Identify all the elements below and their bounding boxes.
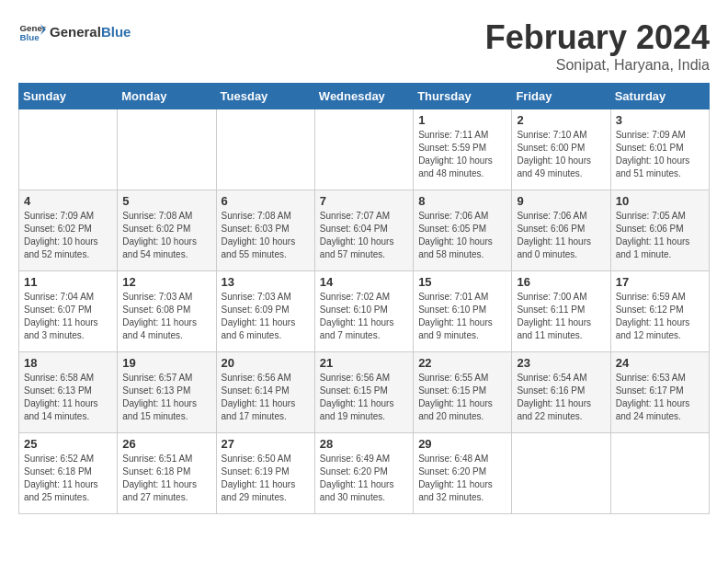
day-content: Sunrise: 7:04 AM Sunset: 6:07 PM Dayligh… <box>24 291 112 342</box>
logo: General Blue GeneralBlue <box>18 18 131 46</box>
page-header: General Blue GeneralBlue February 2024 S… <box>18 18 710 74</box>
day-number: 28 <box>320 437 408 451</box>
calendar-cell: 8Sunrise: 7:06 AM Sunset: 6:05 PM Daylig… <box>414 190 512 271</box>
calendar-title: February 2024 <box>485 18 710 57</box>
calendar-week-5: 25Sunrise: 6:52 AM Sunset: 6:18 PM Dayli… <box>19 433 710 514</box>
calendar-week-2: 4Sunrise: 7:09 AM Sunset: 6:02 PM Daylig… <box>19 190 710 271</box>
day-content: Sunrise: 7:00 AM Sunset: 6:11 PM Dayligh… <box>517 291 605 342</box>
day-content: Sunrise: 7:01 AM Sunset: 6:10 PM Dayligh… <box>418 291 506 342</box>
day-content: Sunrise: 6:50 AM Sunset: 6:19 PM Dayligh… <box>222 453 310 504</box>
calendar-cell <box>118 109 216 190</box>
calendar-cell: 17Sunrise: 6:59 AM Sunset: 6:12 PM Dayli… <box>610 271 709 352</box>
calendar-cell: 12Sunrise: 7:03 AM Sunset: 6:08 PM Dayli… <box>118 271 216 352</box>
day-header-tuesday: Tuesday <box>216 84 314 109</box>
calendar-table: SundayMondayTuesdayWednesdayThursdayFrid… <box>18 83 710 514</box>
day-content: Sunrise: 7:08 AM Sunset: 6:02 PM Dayligh… <box>122 210 210 261</box>
day-number: 14 <box>320 275 408 289</box>
day-content: Sunrise: 6:52 AM Sunset: 6:18 PM Dayligh… <box>24 453 112 504</box>
title-block: February 2024 Sonipat, Haryana, India <box>485 18 710 74</box>
day-number: 27 <box>222 437 310 451</box>
day-number: 18 <box>24 356 112 370</box>
calendar-cell: 16Sunrise: 7:00 AM Sunset: 6:11 PM Dayli… <box>512 271 610 352</box>
calendar-cell: 6Sunrise: 7:08 AM Sunset: 6:03 PM Daylig… <box>216 190 314 271</box>
day-number: 29 <box>418 437 506 451</box>
calendar-cell: 22Sunrise: 6:55 AM Sunset: 6:15 PM Dayli… <box>414 352 512 433</box>
calendar-week-3: 11Sunrise: 7:04 AM Sunset: 6:07 PM Dayli… <box>19 271 710 352</box>
calendar-week-1: 1Sunrise: 7:11 AM Sunset: 5:59 PM Daylig… <box>19 109 710 190</box>
calendar-cell: 2Sunrise: 7:10 AM Sunset: 6:00 PM Daylig… <box>512 109 610 190</box>
day-number: 21 <box>320 356 408 370</box>
day-number: 15 <box>418 275 506 289</box>
calendar-cell: 18Sunrise: 6:58 AM Sunset: 6:13 PM Dayli… <box>19 352 118 433</box>
day-number: 7 <box>320 194 408 208</box>
calendar-cell: 4Sunrise: 7:09 AM Sunset: 6:02 PM Daylig… <box>19 190 118 271</box>
day-number: 13 <box>222 275 310 289</box>
day-number: 17 <box>616 275 704 289</box>
day-header-saturday: Saturday <box>610 84 709 109</box>
calendar-cell <box>610 433 709 514</box>
day-number: 2 <box>517 113 605 127</box>
calendar-cell: 9Sunrise: 7:06 AM Sunset: 6:06 PM Daylig… <box>512 190 610 271</box>
day-number: 1 <box>418 113 506 127</box>
day-header-monday: Monday <box>118 84 216 109</box>
calendar-cell: 10Sunrise: 7:05 AM Sunset: 6:06 PM Dayli… <box>610 190 709 271</box>
day-header-friday: Friday <box>512 84 610 109</box>
day-content: Sunrise: 7:03 AM Sunset: 6:09 PM Dayligh… <box>222 291 310 342</box>
day-header-sunday: Sunday <box>19 84 118 109</box>
day-number: 23 <box>517 356 605 370</box>
calendar-cell: 5Sunrise: 7:08 AM Sunset: 6:02 PM Daylig… <box>118 190 216 271</box>
day-number: 8 <box>418 194 506 208</box>
day-number: 6 <box>222 194 310 208</box>
calendar-cell: 25Sunrise: 6:52 AM Sunset: 6:18 PM Dayli… <box>19 433 118 514</box>
day-content: Sunrise: 7:03 AM Sunset: 6:08 PM Dayligh… <box>122 291 210 342</box>
svg-text:General: General <box>20 23 47 33</box>
day-content: Sunrise: 6:48 AM Sunset: 6:20 PM Dayligh… <box>418 453 506 504</box>
day-content: Sunrise: 6:56 AM Sunset: 6:14 PM Dayligh… <box>222 372 310 423</box>
calendar-cell: 29Sunrise: 6:48 AM Sunset: 6:20 PM Dayli… <box>414 433 512 514</box>
calendar-cell: 20Sunrise: 6:56 AM Sunset: 6:14 PM Dayli… <box>216 352 314 433</box>
day-number: 19 <box>122 356 210 370</box>
day-number: 16 <box>517 275 605 289</box>
day-content: Sunrise: 7:02 AM Sunset: 6:10 PM Dayligh… <box>320 291 408 342</box>
day-number: 12 <box>122 275 210 289</box>
calendar-cell: 13Sunrise: 7:03 AM Sunset: 6:09 PM Dayli… <box>216 271 314 352</box>
calendar-subtitle: Sonipat, Haryana, India <box>485 57 710 74</box>
day-number: 25 <box>24 437 112 451</box>
calendar-header-row: SundayMondayTuesdayWednesdayThursdayFrid… <box>19 84 710 109</box>
day-content: Sunrise: 6:51 AM Sunset: 6:18 PM Dayligh… <box>122 453 210 504</box>
day-content: Sunrise: 7:06 AM Sunset: 6:05 PM Dayligh… <box>418 210 506 261</box>
calendar-week-4: 18Sunrise: 6:58 AM Sunset: 6:13 PM Dayli… <box>19 352 710 433</box>
day-content: Sunrise: 7:09 AM Sunset: 6:01 PM Dayligh… <box>616 129 704 180</box>
logo-blue: Blue <box>101 24 131 40</box>
day-content: Sunrise: 7:06 AM Sunset: 6:06 PM Dayligh… <box>517 210 605 261</box>
calendar-cell: 19Sunrise: 6:57 AM Sunset: 6:13 PM Dayli… <box>118 352 216 433</box>
calendar-body: 1Sunrise: 7:11 AM Sunset: 5:59 PM Daylig… <box>19 109 710 514</box>
day-number: 4 <box>24 194 112 208</box>
day-number: 10 <box>616 194 704 208</box>
calendar-cell <box>512 433 610 514</box>
calendar-cell <box>314 109 413 190</box>
day-number: 9 <box>517 194 605 208</box>
calendar-cell: 14Sunrise: 7:02 AM Sunset: 6:10 PM Dayli… <box>314 271 413 352</box>
day-content: Sunrise: 6:54 AM Sunset: 6:16 PM Dayligh… <box>517 372 605 423</box>
logo-icon: General Blue <box>18 18 46 46</box>
calendar-cell: 28Sunrise: 6:49 AM Sunset: 6:20 PM Dayli… <box>314 433 413 514</box>
day-header-thursday: Thursday <box>414 84 512 109</box>
day-number: 11 <box>24 275 112 289</box>
calendar-cell: 23Sunrise: 6:54 AM Sunset: 6:16 PM Dayli… <box>512 352 610 433</box>
day-number: 26 <box>122 437 210 451</box>
calendar-cell <box>19 109 118 190</box>
day-number: 5 <box>122 194 210 208</box>
day-number: 3 <box>616 113 704 127</box>
calendar-cell: 3Sunrise: 7:09 AM Sunset: 6:01 PM Daylig… <box>610 109 709 190</box>
day-content: Sunrise: 7:05 AM Sunset: 6:06 PM Dayligh… <box>616 210 704 261</box>
logo-general: General <box>50 24 101 40</box>
day-content: Sunrise: 6:55 AM Sunset: 6:15 PM Dayligh… <box>418 372 506 423</box>
day-number: 20 <box>222 356 310 370</box>
day-content: Sunrise: 6:59 AM Sunset: 6:12 PM Dayligh… <box>616 291 704 342</box>
calendar-cell: 26Sunrise: 6:51 AM Sunset: 6:18 PM Dayli… <box>118 433 216 514</box>
day-content: Sunrise: 7:07 AM Sunset: 6:04 PM Dayligh… <box>320 210 408 261</box>
calendar-cell: 1Sunrise: 7:11 AM Sunset: 5:59 PM Daylig… <box>414 109 512 190</box>
svg-text:Blue: Blue <box>20 32 40 42</box>
day-content: Sunrise: 7:09 AM Sunset: 6:02 PM Dayligh… <box>24 210 112 261</box>
